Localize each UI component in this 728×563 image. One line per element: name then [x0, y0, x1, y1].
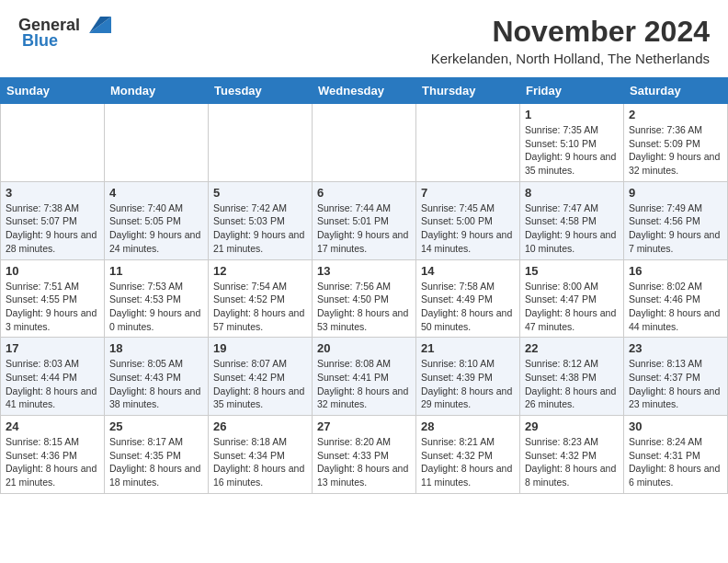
day-number: 8 [525, 186, 619, 200]
day-info: Sunrise: 8:00 AM Sunset: 4:47 PM Dayligh… [525, 280, 619, 334]
day-info: Sunrise: 7:58 AM Sunset: 4:49 PM Dayligh… [421, 280, 515, 334]
day-number: 7 [421, 186, 515, 200]
calendar-cell-w4-d6: 23Sunrise: 8:13 AM Sunset: 4:37 PM Dayli… [624, 338, 728, 416]
day-info: Sunrise: 8:08 AM Sunset: 4:41 PM Dayligh… [317, 357, 411, 411]
day-number: 1 [525, 108, 619, 121]
day-number: 30 [629, 419, 722, 433]
day-info: Sunrise: 7:36 AM Sunset: 5:09 PM Dayligh… [629, 123, 722, 178]
day-number: 11 [109, 264, 203, 278]
day-info: Sunrise: 7:45 AM Sunset: 5:00 PM Dayligh… [421, 201, 515, 256]
day-info: Sunrise: 7:53 AM Sunset: 4:53 PM Dayligh… [109, 280, 203, 334]
day-info: Sunrise: 8:13 AM Sunset: 4:37 PM Dayligh… [629, 357, 722, 411]
day-info: Sunrise: 8:10 AM Sunset: 4:39 PM Dayligh… [421, 357, 515, 411]
col-tuesday: Tuesday [209, 78, 313, 104]
day-number: 23 [629, 341, 722, 355]
day-number: 9 [629, 186, 722, 200]
calendar-cell-w4-d1: 18Sunrise: 8:05 AM Sunset: 4:43 PM Dayli… [105, 338, 209, 416]
calendar-week-3: 10Sunrise: 7:51 AM Sunset: 4:55 PM Dayli… [1, 259, 728, 338]
calendar-cell-w5-d6: 30Sunrise: 8:24 AM Sunset: 4:31 PM Dayli… [624, 416, 728, 494]
day-info: Sunrise: 7:40 AM Sunset: 5:05 PM Dayligh… [109, 201, 203, 256]
calendar-cell-w5-d0: 24Sunrise: 8:15 AM Sunset: 4:36 PM Dayli… [1, 416, 105, 494]
day-info: Sunrise: 8:15 AM Sunset: 4:36 PM Dayligh… [6, 435, 99, 489]
day-info: Sunrise: 7:38 AM Sunset: 5:07 PM Dayligh… [6, 201, 99, 256]
calendar-cell-w2-d1: 4Sunrise: 7:40 AM Sunset: 5:05 PM Daylig… [105, 181, 209, 259]
day-info: Sunrise: 7:51 AM Sunset: 4:55 PM Dayligh… [6, 280, 99, 334]
day-number: 3 [6, 186, 99, 200]
col-sunday: Sunday [1, 78, 105, 104]
day-number: 25 [109, 419, 203, 433]
day-info: Sunrise: 7:35 AM Sunset: 5:10 PM Dayligh… [525, 123, 619, 178]
day-info: Sunrise: 7:56 AM Sunset: 4:50 PM Dayligh… [317, 280, 411, 334]
day-number: 26 [213, 419, 307, 433]
calendar-week-5: 24Sunrise: 8:15 AM Sunset: 4:36 PM Dayli… [1, 416, 728, 494]
calendar-cell-w2-d5: 8Sunrise: 7:47 AM Sunset: 4:58 PM Daylig… [520, 181, 624, 259]
day-info: Sunrise: 8:05 AM Sunset: 4:43 PM Dayligh… [109, 357, 203, 411]
day-info: Sunrise: 8:17 AM Sunset: 4:35 PM Dayligh… [109, 435, 203, 489]
logo: General Blue [18, 15, 111, 51]
day-info: Sunrise: 8:03 AM Sunset: 4:44 PM Dayligh… [6, 357, 99, 411]
day-info: Sunrise: 8:02 AM Sunset: 4:46 PM Dayligh… [629, 280, 722, 334]
calendar-cell-w1-d4 [416, 104, 520, 182]
day-info: Sunrise: 8:21 AM Sunset: 4:32 PM Dayligh… [421, 435, 515, 489]
day-info: Sunrise: 8:18 AM Sunset: 4:34 PM Dayligh… [213, 435, 307, 489]
day-number: 21 [421, 341, 515, 355]
col-friday: Friday [520, 78, 624, 104]
calendar-cell-w5-d2: 26Sunrise: 8:18 AM Sunset: 4:34 PM Dayli… [209, 416, 313, 494]
day-info: Sunrise: 7:47 AM Sunset: 4:58 PM Dayligh… [525, 201, 619, 256]
calendar-cell-w2-d3: 6Sunrise: 7:44 AM Sunset: 5:01 PM Daylig… [313, 181, 416, 259]
day-number: 17 [6, 341, 99, 355]
calendar-cell-w2-d4: 7Sunrise: 7:45 AM Sunset: 5:00 PM Daylig… [416, 181, 520, 259]
day-info: Sunrise: 8:23 AM Sunset: 4:32 PM Dayligh… [525, 435, 619, 489]
title-block: November 2024 Kerkelanden, North Holland… [431, 15, 710, 66]
calendar-header-row: Sunday Monday Tuesday Wednesday Thursday… [1, 78, 728, 104]
day-number: 6 [317, 186, 411, 200]
day-number: 5 [213, 186, 307, 200]
day-info: Sunrise: 8:12 AM Sunset: 4:38 PM Dayligh… [525, 357, 619, 411]
calendar-cell-w5-d3: 27Sunrise: 8:20 AM Sunset: 4:33 PM Dayli… [313, 416, 416, 494]
day-number: 4 [109, 186, 203, 200]
calendar-cell-w3-d6: 16Sunrise: 8:02 AM Sunset: 4:46 PM Dayli… [624, 259, 728, 338]
calendar-table: Sunday Monday Tuesday Wednesday Thursday… [0, 77, 728, 494]
day-number: 27 [317, 419, 411, 433]
day-number: 19 [213, 341, 307, 355]
calendar-cell-w1-d2 [209, 104, 313, 182]
col-monday: Monday [105, 78, 209, 104]
calendar-cell-w5-d4: 28Sunrise: 8:21 AM Sunset: 4:32 PM Dayli… [416, 416, 520, 494]
calendar-cell-w3-d5: 15Sunrise: 8:00 AM Sunset: 4:47 PM Dayli… [520, 259, 624, 338]
day-info: Sunrise: 7:49 AM Sunset: 4:56 PM Dayligh… [629, 201, 722, 256]
subtitle: Kerkelanden, North Holland, The Netherla… [431, 51, 710, 66]
day-info: Sunrise: 8:20 AM Sunset: 4:33 PM Dayligh… [317, 435, 411, 489]
calendar-cell-w4-d3: 20Sunrise: 8:08 AM Sunset: 4:41 PM Dayli… [313, 338, 416, 416]
calendar-week-2: 3Sunrise: 7:38 AM Sunset: 5:07 PM Daylig… [1, 181, 728, 259]
day-number: 16 [629, 264, 722, 278]
day-number: 10 [6, 264, 99, 278]
calendar-cell-w2-d6: 9Sunrise: 7:49 AM Sunset: 4:56 PM Daylig… [624, 181, 728, 259]
calendar-cell-w4-d4: 21Sunrise: 8:10 AM Sunset: 4:39 PM Dayli… [416, 338, 520, 416]
day-info: Sunrise: 8:24 AM Sunset: 4:31 PM Dayligh… [629, 435, 722, 489]
calendar-cell-w2-d0: 3Sunrise: 7:38 AM Sunset: 5:07 PM Daylig… [1, 181, 105, 259]
calendar-cell-w1-d5: 1Sunrise: 7:35 AM Sunset: 5:10 PM Daylig… [520, 104, 624, 182]
day-number: 29 [525, 419, 619, 433]
calendar-cell-w5-d5: 29Sunrise: 8:23 AM Sunset: 4:32 PM Dayli… [520, 416, 624, 494]
calendar-cell-w2-d2: 5Sunrise: 7:42 AM Sunset: 5:03 PM Daylig… [209, 181, 313, 259]
calendar-cell-w1-d3 [313, 104, 416, 182]
day-number: 24 [6, 419, 99, 433]
day-number: 12 [213, 264, 307, 278]
calendar-week-1: 1Sunrise: 7:35 AM Sunset: 5:10 PM Daylig… [1, 104, 728, 182]
col-saturday: Saturday [624, 78, 728, 104]
calendar-cell-w4-d2: 19Sunrise: 8:07 AM Sunset: 4:42 PM Dayli… [209, 338, 313, 416]
day-number: 15 [525, 264, 619, 278]
logo-blue-text: Blue [22, 31, 58, 51]
col-thursday: Thursday [416, 78, 520, 104]
calendar-cell-w3-d2: 12Sunrise: 7:54 AM Sunset: 4:52 PM Dayli… [209, 259, 313, 338]
calendar-week-4: 17Sunrise: 8:03 AM Sunset: 4:44 PM Dayli… [1, 338, 728, 416]
day-number: 28 [421, 419, 515, 433]
calendar-cell-w4-d0: 17Sunrise: 8:03 AM Sunset: 4:44 PM Dayli… [1, 338, 105, 416]
day-number: 13 [317, 264, 411, 278]
calendar-cell-w1-d1 [105, 104, 209, 182]
day-number: 2 [629, 108, 722, 121]
calendar-cell-w4-d5: 22Sunrise: 8:12 AM Sunset: 4:38 PM Dayli… [520, 338, 624, 416]
day-info: Sunrise: 7:44 AM Sunset: 5:01 PM Dayligh… [317, 201, 411, 256]
calendar-cell-w1-d6: 2Sunrise: 7:36 AM Sunset: 5:09 PM Daylig… [624, 104, 728, 182]
calendar-cell-w5-d1: 25Sunrise: 8:17 AM Sunset: 4:35 PM Dayli… [105, 416, 209, 494]
